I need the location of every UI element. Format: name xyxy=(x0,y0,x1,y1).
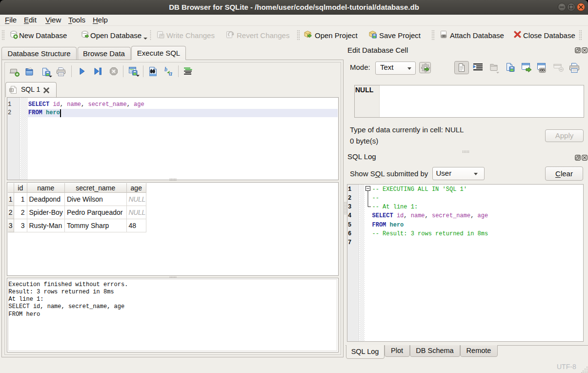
svg-text:b: b xyxy=(164,66,167,73)
svg-text:a: a xyxy=(169,70,172,77)
